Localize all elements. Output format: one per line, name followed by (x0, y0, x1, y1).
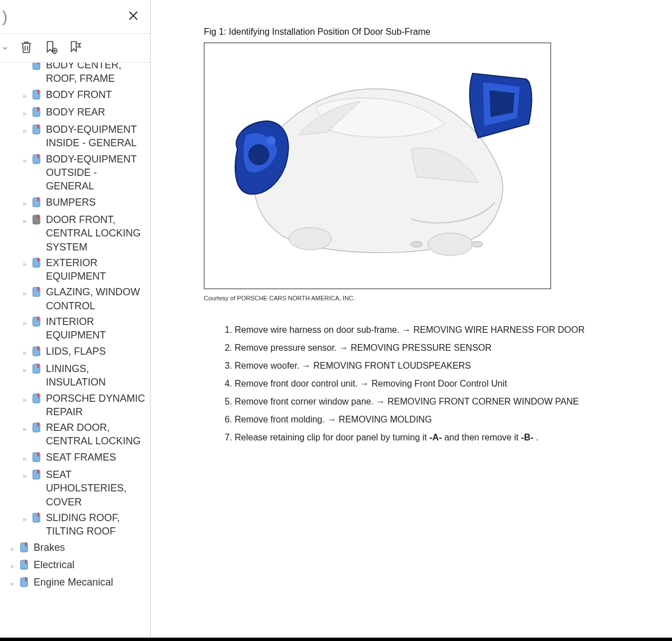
sidebar: ) BODY CENTER, ROOF, FRAME▹BODY FRONT▹BO… (0, 0, 151, 641)
tree-expand-toggle[interactable]: ▹ (24, 468, 28, 480)
tree-expand-toggle[interactable]: ▹ (24, 123, 28, 135)
tree-item[interactable]: ▹Electrical (1, 557, 147, 574)
tree-item[interactable]: ▹DOOR FRONT, CENTRAL LOCKING SYSTEM (1, 212, 147, 255)
procedure-step: Remove wire harness on door sub-frame. →… (235, 325, 638, 335)
tree-expand-toggle[interactable]: ▹ (24, 256, 28, 268)
step-link[interactable]: REMOVING FRONT LOUDSPEAKERS (314, 361, 472, 370)
tree-item[interactable]: ▹PORSCHE DYNAMIC REPAIR (1, 391, 147, 420)
tree-item[interactable]: ▹BODY-EQUIPMENT OUTSIDE - GENERAL (1, 151, 147, 194)
tree-item[interactable]: ▹Engine Mecanical (1, 574, 147, 592)
tree-item-label: BODY CENTER, ROOF, FRAME (46, 63, 146, 86)
tree-item[interactable]: ▹BODY-EQUIPMENT INSIDE - GENERAL (1, 122, 147, 151)
tree-item-label: Brakes (34, 541, 146, 554)
tree-item[interactable]: ▹INTERIOR EQUIPMENT (1, 314, 147, 343)
svg-point-21 (289, 227, 332, 250)
procedure-step: Remove front door control unit. → Removi… (235, 379, 638, 389)
tree-expand-toggle[interactable]: ▹ (24, 315, 28, 327)
document-body: Fig 1: Identifying Installation Position… (151, 0, 672, 564)
step-text: . (534, 433, 539, 442)
bookmark-icon (19, 575, 30, 591)
tree-expand-toggle[interactable]: ▹ (24, 105, 28, 118)
bookmark-icon (31, 285, 43, 300)
bookmark-icon (31, 345, 43, 360)
bookmark-add-icon (44, 40, 58, 54)
procedure-step: Remove pressure sensor. → REMOVING PRESS… (235, 343, 638, 353)
tree-expand-toggle[interactable]: ▹ (24, 213, 28, 225)
tree-item[interactable]: ▹LIDS, FLAPS (1, 343, 147, 361)
step-bold: -A- (430, 433, 442, 442)
tree-item[interactable]: ▹GLAZING, WINDOW CONTROL (1, 284, 147, 314)
step-link[interactable]: REMOVING MOLDING (339, 415, 432, 424)
trash-icon (19, 40, 34, 54)
tree-expand-toggle[interactable]: ▹ (24, 88, 28, 100)
tree-expand-toggle[interactable]: ▹ (24, 345, 28, 357)
tree-item[interactable]: ▹EXTERIOR EQUIPMENT (1, 255, 147, 285)
bookmark-icon (31, 213, 43, 228)
tree-expand-toggle[interactable]: ▹ (24, 450, 28, 463)
step-text: Remove front door control unit. → (235, 379, 372, 388)
step-text: Remove wire harness on door sub-frame. → (235, 325, 413, 335)
tree-expand-toggle[interactable]: ▹ (24, 362, 28, 374)
door-subframe-front-right (470, 73, 532, 138)
tree-expand-toggle[interactable]: ▹ (24, 285, 28, 298)
tree-expand-toggle[interactable]: ▹ (24, 392, 28, 404)
close-sidebar-button[interactable] (127, 9, 140, 25)
bookmark-tree: BODY CENTER, ROOF, FRAME▹BODY FRONT▹BODY… (0, 63, 150, 603)
tree-item-label: BODY-EQUIPMENT INSIDE - GENERAL (46, 123, 146, 150)
figure-box (204, 43, 551, 289)
bookmark-icon (31, 88, 43, 103)
step-link[interactable]: REMOVING WIRE HARNESS FOR DOOR (413, 325, 585, 335)
bookmark-icon (31, 63, 43, 73)
delete-bookmark-button[interactable] (18, 39, 35, 58)
step-text: Remove front corner window pane. → (235, 397, 388, 406)
tree-item-label: Electrical (34, 558, 146, 572)
bottom-border (0, 638, 672, 641)
bookmark-ribbon-icon (68, 40, 83, 54)
tree-expand-toggle[interactable]: ▹ (24, 196, 28, 208)
bookmark-icon (31, 468, 43, 483)
step-text: and then remove it (442, 433, 521, 442)
tree-expand-toggle[interactable]: ▹ (24, 421, 28, 433)
tree-item[interactable]: ▹SEAT FRAMES (1, 449, 147, 467)
tree-item[interactable]: ▹Brakes (1, 540, 147, 557)
toolbar-chevron[interactable] (0, 45, 10, 51)
step-link[interactable]: REMOVING FRONT CORNER WINDOW PANE (388, 397, 579, 406)
tree-item-label: SEAT FRAMES (46, 450, 146, 464)
tree-expand-toggle[interactable]: ▹ (11, 558, 16, 570)
sidebar-top-placeholder: ) (0, 8, 7, 26)
sidebar-top-row: ) (0, 0, 150, 34)
tree-item[interactable]: ▹LININGS, INSULATION (1, 361, 147, 391)
tree-item[interactable]: ▹SLIDING ROOF, TILTING ROOF (1, 510, 147, 540)
bookmark-icon (31, 450, 43, 466)
add-bookmark-button[interactable] (43, 39, 59, 58)
tree-item-label: BUMPERS (46, 196, 146, 209)
bookmark-icon (19, 541, 30, 556)
tree-item[interactable]: ▹BODY REAR (1, 104, 147, 122)
tree-item[interactable]: ▹BUMPERS (1, 194, 147, 212)
tree-expand-toggle[interactable]: ▹ (11, 541, 16, 553)
tree-item[interactable]: BODY CENTER, ROOF, FRAME (1, 63, 147, 87)
tree-item-label: Engine Mecanical (34, 575, 146, 589)
bookmark-tree-scroll[interactable]: BODY CENTER, ROOF, FRAME▹BODY FRONT▹BODY… (0, 63, 150, 641)
tree-item[interactable]: ▹REAR DOOR, CENTRAL LOCKING (1, 420, 147, 449)
bookmark-icon (31, 152, 43, 168)
tree-expand-toggle[interactable]: ▹ (24, 511, 28, 523)
svg-point-25 (411, 241, 422, 247)
tree-item-label: BODY-EQUIPMENT OUTSIDE - GENERAL (46, 152, 146, 193)
tree-item[interactable]: ▹SEAT UPHOLSTERIES, COVER (1, 467, 147, 510)
bookmark-icon (31, 315, 43, 330)
tree-expand-toggle[interactable]: ▹ (11, 575, 16, 588)
bookmark-ribbon-button[interactable] (67, 39, 84, 58)
procedure-step: Release retaining clip for door panel by… (235, 433, 638, 443)
step-link[interactable]: Removing Front Door Control Unit (372, 379, 507, 388)
tree-item-label: SLIDING ROOF, TILTING ROOF (46, 511, 146, 538)
tree-item-label: BODY FRONT (46, 88, 146, 101)
bookmark-icon (31, 511, 43, 526)
document-content[interactable]: Fig 1: Identifying Installation Position… (151, 0, 672, 641)
step-link[interactable]: REMOVING PRESSURE SENSOR (351, 343, 492, 352)
tree-expand-toggle[interactable]: ▹ (24, 152, 28, 165)
figure-courtesy: Courtesy of PORSCHE CARS NORTH AMERICA, … (204, 295, 638, 301)
tree-item-label: INTERIOR EQUIPMENT (46, 315, 146, 342)
bookmark-icon (31, 105, 43, 120)
tree-item[interactable]: ▹BODY FRONT (1, 87, 147, 104)
